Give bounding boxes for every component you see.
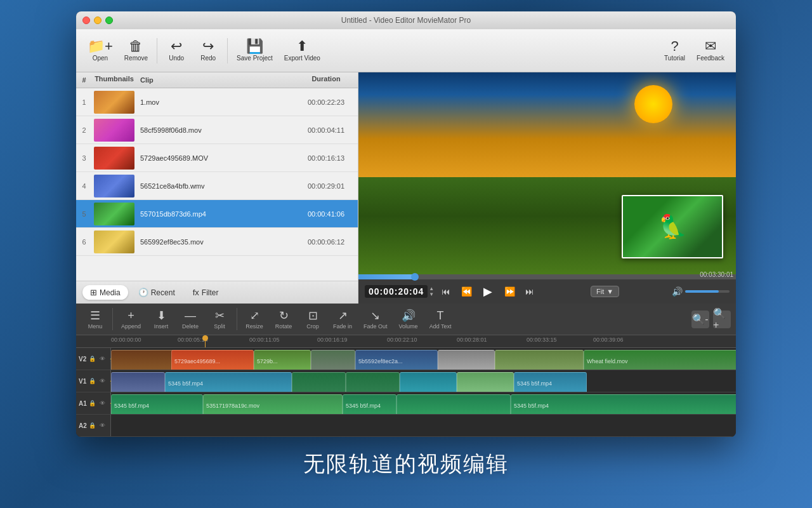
append-button[interactable]: + Append: [116, 307, 146, 331]
v1-clip-1[interactable]: [111, 372, 165, 392]
menu-icon: ☰: [90, 309, 100, 323]
v2-clip-2[interactable]: 5729aec495689...: [171, 350, 254, 370]
tutorial-icon: ?: [671, 39, 678, 53]
v2-clip-1[interactable]: [111, 350, 174, 370]
export-video-button[interactable]: ⬆ Export Video: [279, 37, 325, 64]
redo-icon: ↪: [202, 39, 214, 53]
v2-clip-6[interactable]: [438, 350, 495, 370]
undo-button[interactable]: ↩ Undo: [161, 37, 192, 64]
clip-duration-1: 00:00:22:23: [294, 98, 358, 106]
rewind-button[interactable]: ⏪: [458, 283, 475, 300]
media-tabs: ⊞ Media 🕐 Recent fx Filter: [76, 281, 358, 304]
a1-clip-5[interactable]: 5345 b5f.mp4: [511, 394, 736, 414]
feedback-label: Feedback: [697, 55, 724, 62]
a1-clip-1[interactable]: 5345 b5f.mp4: [111, 394, 203, 414]
clip-row-6[interactable]: 6 565992ef8ec35.mov 00:00:06:12: [76, 228, 358, 256]
track-a1-lock[interactable]: 🔒: [88, 399, 97, 408]
v1-clip-2[interactable]: 5345 b5f.mp4: [165, 372, 292, 392]
track-a2-label: A2 🔒 👁: [76, 415, 111, 436]
ruler-mark-4: 00:00:22:10: [387, 337, 417, 343]
crop-button[interactable]: ⊡ Crop: [299, 307, 327, 331]
maximize-button[interactable]: [105, 17, 113, 24]
playhead[interactable]: [205, 335, 206, 347]
fade-in-button[interactable]: ↗ Fade in: [328, 307, 357, 331]
resize-label: Resize: [246, 323, 263, 330]
track-a2-mute[interactable]: 👁: [98, 421, 107, 430]
clip-row-1[interactable]: 1 1.mov 00:00:22:23: [76, 88, 358, 116]
remove-button[interactable]: 🗑 Remove: [119, 37, 153, 64]
clip-row-4[interactable]: 4 56521ce8a4bfb.wmv 00:00:29:01: [76, 172, 358, 200]
progress-thumb[interactable]: [411, 273, 419, 281]
fast-forward-button[interactable]: ⏩: [501, 283, 518, 300]
v1-clip-3[interactable]: [292, 372, 346, 392]
resize-button[interactable]: ⤢ Resize: [240, 307, 268, 331]
a1-clip-2[interactable]: 535171978a19c.mov: [203, 394, 343, 414]
skip-to-end-button[interactable]: ⏭: [521, 283, 538, 300]
clip-num-5: 5: [76, 210, 92, 218]
track-v1: V1 🔒 👁 ⚡ 5345 b5f.mp4 5345 b5f.mp4: [76, 370, 736, 392]
zoom-out-button[interactable]: 🔍-: [691, 311, 709, 328]
time-stepper[interactable]: ▲ ▼: [429, 286, 434, 297]
bottom-caption: 无限轨道的视频编辑: [303, 450, 509, 479]
volume-slider[interactable]: [685, 290, 730, 293]
a1-clip-4[interactable]: [396, 394, 511, 414]
tab-media[interactable]: ⊞ Media: [82, 285, 128, 300]
track-v1-mute[interactable]: 👁: [98, 377, 107, 385]
volume-button[interactable]: 🔊 Volume: [394, 307, 423, 331]
add-text-button[interactable]: T Add Text: [424, 307, 457, 331]
minimize-button[interactable]: [94, 17, 102, 24]
clip-list: 1 1.mov 00:00:22:23 2 58cf5998f06d8.mov …: [76, 88, 358, 281]
redo-button[interactable]: ↪ Redo: [193, 37, 223, 64]
timeline-toolbar: ☰ Menu + Append ⬇ Insert — Delete ✂ Spli…: [76, 304, 736, 335]
v2-clip-3[interactable]: 5729b...: [254, 350, 311, 370]
progress-bar[interactable]: 00:03:30:01: [358, 274, 736, 279]
v2-clip-7[interactable]: [495, 350, 584, 370]
v2-clip-8[interactable]: Wheat field.mov: [584, 350, 736, 370]
open-label: Open: [93, 55, 108, 62]
tutorial-button[interactable]: ? Tutorial: [659, 37, 690, 64]
split-icon: ✂: [215, 309, 225, 323]
clip-row-5[interactable]: 5 557015db873d6.mp4 00:00:41:06: [76, 200, 358, 228]
skip-to-start-button[interactable]: ⏮: [438, 283, 454, 300]
insert-button[interactable]: ⬇ Insert: [147, 307, 175, 331]
v1-clip-6[interactable]: [457, 372, 514, 392]
open-button[interactable]: 📁+ Open: [82, 37, 118, 64]
crop-label: Crop: [306, 323, 319, 330]
tab-recent[interactable]: 🕐 Recent: [131, 285, 183, 300]
track-v2-lock[interactable]: 🔒: [88, 354, 96, 363]
track-a2-lock[interactable]: 🔒: [88, 421, 97, 430]
tab-filter[interactable]: fx Filter: [185, 285, 226, 300]
add-text-icon: T: [437, 309, 444, 323]
open-icon: 📁+: [88, 39, 113, 53]
v1-clip-5[interactable]: [400, 372, 457, 392]
preview-sun: [634, 85, 672, 123]
clip-row-3[interactable]: 3 5729aec495689.MOV 00:00:16:13: [76, 144, 358, 172]
track-v2-mute[interactable]: 👁: [98, 354, 107, 363]
playhead-handle[interactable]: [202, 335, 208, 341]
fade-out-button[interactable]: ↘ Fade Out: [358, 307, 393, 331]
v2-clip-5[interactable]: 5b5592ef8ec2a...: [355, 350, 438, 370]
toolbar: 📁+ Open 🗑 Remove ↩ Undo ↪ Redo 💾 Save Pr…: [76, 29, 736, 72]
clip-row-2[interactable]: 2 58cf5998f06d8.mov 00:00:04:11: [76, 116, 358, 144]
preview-panel: 🦜 00:03:30:01 00:00:20:04 ▲ ▼ ⏮: [358, 72, 736, 304]
save-project-button[interactable]: 💾 Save Project: [232, 37, 278, 64]
menu-button[interactable]: ☰ Menu: [81, 307, 109, 331]
app-window: Untitled - Video Editor MovieMator Pro 📁…: [76, 11, 736, 437]
play-button[interactable]: ▶: [478, 282, 497, 301]
current-time[interactable]: 00:00:20:04: [365, 285, 428, 298]
split-button[interactable]: ✂ Split: [206, 307, 233, 331]
close-button[interactable]: [82, 17, 90, 24]
v1-clip-7[interactable]: 5345 b5f.mp4: [514, 372, 587, 392]
track-a1-mute[interactable]: 👁: [98, 399, 107, 408]
v2-clip-4[interactable]: [311, 350, 355, 370]
track-v1-lock[interactable]: 🔒: [88, 377, 96, 385]
time-step-up[interactable]: ▲: [429, 286, 434, 291]
a1-clip-3[interactable]: 5345 b5f.mp4: [343, 394, 396, 414]
zoom-in-button[interactable]: 🔍+: [713, 311, 731, 328]
v1-clip-4[interactable]: [346, 372, 400, 392]
rotate-button[interactable]: ↻ Rotate: [270, 307, 298, 331]
fit-dropdown[interactable]: Fit ▼: [591, 286, 619, 297]
time-step-down[interactable]: ▼: [429, 292, 434, 297]
feedback-button[interactable]: ✉ Feedback: [691, 37, 730, 64]
delete-button[interactable]: — Delete: [176, 307, 204, 331]
